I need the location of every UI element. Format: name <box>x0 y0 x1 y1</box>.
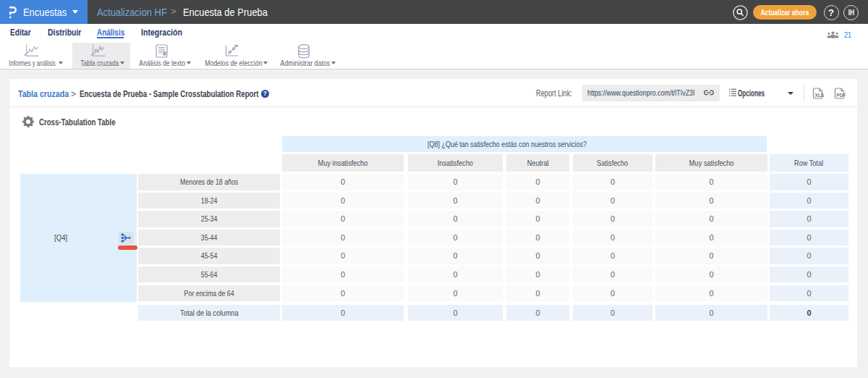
svg-text:PDF: PDF <box>837 92 846 98</box>
svg-text:XLS: XLS <box>815 92 825 98</box>
